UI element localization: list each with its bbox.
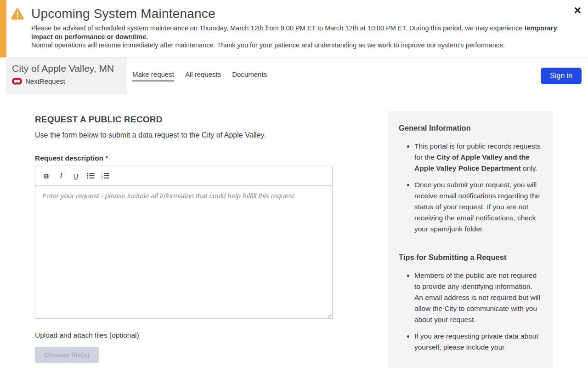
general-info-list: This portal is for public records reques…: [399, 141, 541, 235]
unordered-list-icon[interactable]: [85, 171, 96, 180]
banner-message-line2: Normal operations will resume immediatel…: [31, 41, 560, 50]
info-sidebar: General Information This portal is for p…: [388, 111, 553, 368]
list-item: If you are requesting private data about…: [414, 331, 541, 353]
underline-icon[interactable]: U: [70, 171, 81, 180]
tips-title: Tips for Submitting a Request: [399, 253, 541, 262]
sign-in-button[interactable]: Sign in: [541, 68, 582, 84]
nav-documents[interactable]: Documents: [232, 70, 267, 81]
svg-text:3: 3: [102, 177, 103, 179]
tips-list: Members of the public are not required t…: [399, 270, 541, 353]
editor-toolbar: B I U 1 2 3: [35, 166, 332, 186]
upload-label: Upload and attach files (optional): [35, 331, 333, 339]
rich-text-editor: B I U 1 2 3: [35, 166, 333, 319]
list-item: Members of the public are not required t…: [414, 270, 541, 325]
brand[interactable]: NextRequest: [12, 77, 122, 85]
list-item: Once you submit your request, you will r…: [414, 179, 541, 235]
warning-icon: [11, 8, 24, 20]
request-description-input[interactable]: Enter your request - please include all …: [35, 186, 332, 318]
civicplus-logo-icon: [12, 78, 22, 85]
org-box: City of Apple Valley, MN NextRequest: [6, 58, 127, 94]
bold-icon[interactable]: B: [41, 171, 52, 180]
close-icon[interactable]: ✕: [573, 6, 582, 15]
resize-handle[interactable]: [326, 312, 331, 317]
main-nav: Make request All requests Documents: [132, 58, 267, 94]
brand-name: NextRequest: [25, 77, 65, 85]
request-form: REQUEST A PUBLIC RECORD Use the form bel…: [35, 111, 333, 368]
choose-files-button[interactable]: Choose file(s): [35, 347, 99, 363]
request-description-label: Request description *: [35, 154, 333, 162]
ordered-list-icon[interactable]: 1 2 3: [100, 171, 111, 180]
org-name: City of Apple Valley, MN: [12, 63, 122, 74]
nav-all-requests[interactable]: All requests: [185, 70, 221, 81]
banner-title: Upcoming System Maintenance: [31, 6, 215, 21]
header-spacer: [267, 58, 541, 94]
main-content: REQUEST A PUBLIC RECORD Use the form bel…: [0, 94, 588, 368]
list-item: This portal is for public records reques…: [414, 141, 541, 174]
page-title: REQUEST A PUBLIC RECORD: [35, 115, 333, 125]
banner-message: Please be advised of scheduled system ma…: [31, 24, 560, 50]
banner-message-line1: Please be advised of scheduled system ma…: [31, 24, 560, 41]
italic-icon[interactable]: I: [56, 171, 67, 180]
editor-placeholder: Enter your request - please include all …: [42, 192, 325, 200]
maintenance-banner: ✕ Upcoming System Maintenance Please be …: [0, 0, 588, 58]
general-info-title: General Information: [399, 124, 541, 132]
nav-make-request[interactable]: Make request: [132, 70, 174, 81]
page-subtitle: Use the form below to submit a data requ…: [35, 131, 333, 139]
site-header: City of Apple Valley, MN NextRequest Mak…: [0, 58, 588, 94]
